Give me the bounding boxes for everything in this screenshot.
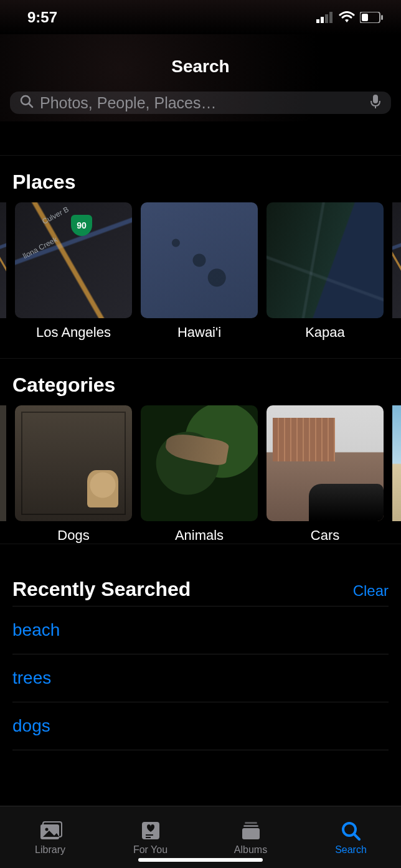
places-tile-hawaii[interactable]: Hawai'i	[141, 202, 258, 341]
tile-label: Animals	[141, 527, 258, 544]
svg-rect-0	[316, 19, 319, 23]
status-bar: 9:57	[0, 0, 401, 34]
search-icon	[339, 819, 364, 842]
svg-rect-9	[373, 95, 378, 103]
svg-line-21	[354, 834, 359, 839]
categories-tile-dogs[interactable]: Dogs	[15, 405, 132, 544]
tile-label: Cars	[267, 527, 384, 544]
tile-label: Los Angeles	[15, 324, 132, 341]
cellular-icon	[316, 12, 334, 23]
tab-label: Library	[35, 844, 65, 856]
svg-line-8	[29, 104, 33, 108]
clear-button[interactable]: Clear	[353, 582, 389, 600]
svg-rect-2	[325, 14, 328, 23]
library-icon	[38, 819, 63, 842]
svg-rect-19	[242, 828, 260, 839]
photo-thumb	[267, 405, 384, 521]
categories-section: Categories Dogs Animals Cars	[0, 341, 401, 544]
tab-search[interactable]: Search	[301, 806, 401, 868]
search-input[interactable]	[40, 94, 364, 112]
svg-rect-5	[362, 14, 368, 21]
map-road-label: Culver B	[40, 205, 70, 226]
categories-tile-peek-left[interactable]	[0, 405, 6, 544]
home-indicator[interactable]	[138, 858, 263, 862]
svg-rect-18	[243, 825, 258, 827]
recent-section: Recently Searched Clear beach trees dogs	[0, 544, 401, 750]
svg-rect-3	[329, 12, 333, 23]
map-thumb: Culver B llona Creek 90	[15, 202, 132, 318]
header: Search	[0, 34, 401, 121]
mic-icon[interactable]	[370, 94, 381, 111]
svg-rect-16	[146, 837, 151, 838]
status-icons	[316, 11, 384, 24]
places-tile-kapaa[interactable]: Kapaa	[267, 202, 384, 341]
recent-item[interactable]: dogs	[12, 702, 389, 750]
wifi-icon	[339, 11, 355, 24]
page-title: Search	[171, 57, 229, 77]
content: Places Culver B llona Creek 90 Los Angel…	[0, 138, 401, 806]
map-thumb	[267, 202, 384, 318]
svg-rect-17	[245, 822, 257, 824]
status-time: 9:57	[27, 9, 57, 26]
places-tile-peek-right[interactable]	[392, 202, 401, 341]
svg-point-13	[45, 828, 48, 831]
tile-label: Dogs	[15, 527, 132, 544]
places-tile-los-angeles[interactable]: Culver B llona Creek 90 Los Angeles	[15, 202, 132, 341]
tab-label: Albums	[234, 844, 267, 856]
map-road-label: llona Creek	[21, 235, 59, 261]
recent-item[interactable]: trees	[12, 654, 389, 702]
categories-title: Categories	[12, 374, 115, 397]
places-title: Places	[12, 171, 75, 194]
tile-label: Kapaa	[267, 324, 384, 341]
places-scroller[interactable]: Culver B llona Creek 90 Los Angeles Hawa…	[0, 202, 401, 341]
for-you-icon	[138, 819, 163, 842]
svg-rect-6	[381, 15, 383, 20]
photo-thumb	[15, 405, 132, 521]
svg-rect-15	[146, 834, 153, 836]
recent-title: Recently Searched	[12, 578, 191, 601]
albums-icon	[238, 819, 263, 842]
categories-tile-peek-right[interactable]	[392, 405, 401, 544]
search-icon	[20, 95, 34, 111]
categories-tile-cars[interactable]: Cars	[267, 405, 384, 544]
recent-list: beach trees dogs	[0, 606, 401, 750]
places-tile-peek-left[interactable]	[0, 202, 6, 341]
tab-label: For You	[133, 844, 167, 856]
highway-shield-icon: 90	[71, 215, 92, 236]
tile-label: Hawai'i	[141, 324, 258, 341]
photo-thumb	[141, 405, 258, 521]
categories-scroller[interactable]: Dogs Animals Cars	[0, 405, 401, 544]
tab-library[interactable]: Library	[0, 806, 100, 868]
tab-label: Search	[335, 844, 367, 856]
search-field[interactable]	[10, 92, 391, 114]
places-section: Places Culver B llona Creek 90 Los Angel…	[0, 138, 401, 341]
battery-icon	[360, 12, 384, 23]
svg-rect-1	[321, 17, 324, 23]
map-thumb	[141, 202, 258, 318]
recent-item[interactable]: beach	[12, 606, 389, 654]
categories-tile-animals[interactable]: Animals	[141, 405, 258, 544]
